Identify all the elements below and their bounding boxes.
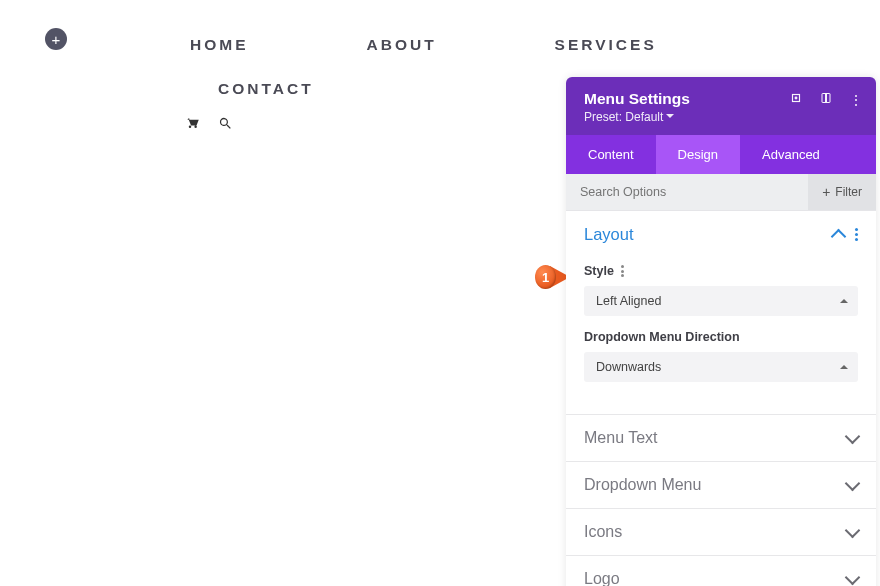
panel-header: Menu Settings Preset: Default ⋮ [566, 77, 876, 135]
tab-content[interactable]: Content [566, 135, 656, 174]
section-layout-head[interactable]: Layout [566, 211, 876, 258]
chevron-down-icon [845, 522, 861, 538]
section-icons-title: Icons [584, 523, 622, 541]
expand-icon[interactable] [788, 91, 804, 108]
nav-services[interactable]: SERVICES [545, 28, 667, 62]
chevron-down-icon [845, 569, 861, 585]
nav-about[interactable]: ABOUT [357, 28, 447, 62]
chevron-down-icon [845, 475, 861, 491]
cart-icon[interactable] [185, 116, 200, 135]
preset-selector[interactable]: Preset: Default [584, 110, 858, 124]
section-layout: Layout Style Left Aligned Dropdown Menu … [566, 211, 876, 415]
search-row: +Filter [566, 174, 876, 211]
section-dropdown-menu: Dropdown Menu [566, 462, 876, 509]
style-select[interactable]: Left Aligned [584, 286, 858, 316]
settings-panel: Menu Settings Preset: Default ⋮ Content … [566, 77, 876, 586]
chevron-up-icon [831, 229, 847, 245]
section-dropdown-menu-title: Dropdown Menu [584, 476, 701, 494]
docs-icon[interactable] [818, 91, 834, 108]
section-layout-title: Layout [584, 225, 634, 244]
nav-home[interactable]: HOME [180, 28, 259, 62]
tab-design[interactable]: Design [656, 135, 740, 174]
section-menu-icon[interactable] [855, 228, 858, 241]
filter-label: Filter [835, 185, 862, 199]
tab-advanced[interactable]: Advanced [740, 135, 842, 174]
section-icons-head[interactable]: Icons [566, 509, 876, 555]
section-dropdown-menu-head[interactable]: Dropdown Menu [566, 462, 876, 508]
tabs: Content Design Advanced [566, 135, 876, 174]
callout-badge: 1 [535, 265, 556, 289]
nav-contact[interactable]: CONTACT [208, 72, 324, 105]
filter-button[interactable]: +Filter [808, 174, 876, 210]
dropdown-direction-select[interactable]: Downwards [584, 352, 858, 382]
style-menu-icon[interactable] [621, 265, 625, 277]
section-logo-title: Logo [584, 570, 620, 586]
section-menu-text-title: Menu Text [584, 429, 658, 447]
section-logo-head[interactable]: Logo [566, 556, 876, 586]
search-input[interactable] [566, 174, 808, 210]
section-menu-text-head[interactable]: Menu Text [566, 415, 876, 461]
svg-point-1 [795, 97, 797, 99]
chevron-down-icon [845, 428, 861, 444]
svg-rect-3 [825, 94, 827, 103]
add-module-button[interactable]: + [45, 28, 67, 50]
style-label: Style [584, 264, 858, 278]
section-menu-text: Menu Text [566, 415, 876, 462]
panel-menu-icon[interactable]: ⋮ [848, 92, 864, 108]
search-icon[interactable] [218, 116, 233, 135]
section-icons: Icons [566, 509, 876, 556]
section-logo: Logo [566, 556, 876, 586]
dropdown-direction-label: Dropdown Menu Direction [584, 330, 858, 344]
